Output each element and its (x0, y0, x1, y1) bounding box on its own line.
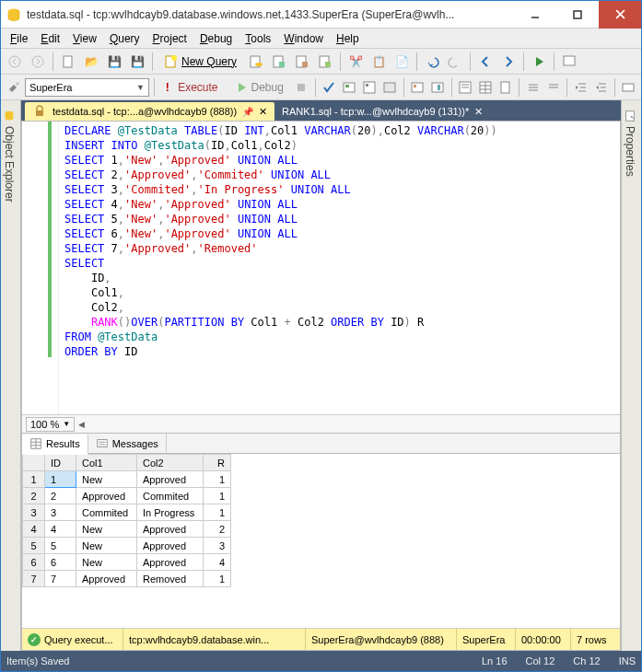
activity-button[interactable] (559, 52, 579, 72)
table-row[interactable]: 22ApprovedCommited1 (23, 488, 231, 504)
results-tab[interactable]: Results (22, 434, 88, 455)
properties-pane[interactable]: Properties (621, 100, 641, 651)
lock-icon (32, 104, 47, 119)
svg-rect-59 (626, 111, 635, 122)
new-query-button[interactable]: New Query (158, 52, 243, 72)
menu-project[interactable]: Project (147, 30, 193, 47)
uncomment-button[interactable] (544, 77, 562, 98)
svg-point-6 (32, 56, 43, 67)
indent-button[interactable] (572, 77, 589, 98)
estimated-plan-button[interactable] (341, 77, 358, 98)
main-area: Object Explorer testdata.sql - tcp:...a@… (1, 100, 641, 651)
table-row[interactable]: 11NewApproved1 (23, 471, 231, 488)
copy-button[interactable]: 📋 (368, 52, 389, 72)
forward-button[interactable] (28, 52, 48, 72)
start-button[interactable] (529, 52, 549, 72)
debug-button[interactable]: Debug (228, 77, 290, 98)
mdx-query-button[interactable] (269, 52, 289, 72)
tab-rank1[interactable]: RANK1.sql - tcp:w...@wvlhdcayb9 (131))*✕ (274, 102, 490, 121)
xmla-query-button[interactable] (315, 52, 335, 72)
pin-icon[interactable]: 📌 (242, 107, 253, 117)
menu-edit[interactable]: Edit (35, 30, 65, 47)
menu-window[interactable]: Window (278, 30, 329, 47)
sql-editor-toolbar: SuperEra▼ ! Execute Debug (1, 75, 641, 100)
tab-close-icon[interactable]: ✕ (474, 106, 483, 118)
nav-back-button[interactable] (475, 52, 496, 72)
minimize-button[interactable] (514, 1, 556, 29)
results-grid-button[interactable] (476, 77, 494, 98)
standard-toolbar: 📂 💾 💾 New Query ✂️ 📋 📄 (1, 49, 641, 75)
menu-help[interactable]: Help (331, 30, 365, 47)
document-area: testdata.sql - tcp:...a@wvlhdcayb9 (888)… (21, 100, 621, 651)
tab-close-icon[interactable]: ✕ (259, 106, 267, 118)
svg-point-11 (255, 63, 263, 66)
back-button[interactable] (5, 52, 25, 72)
svg-rect-13 (279, 62, 285, 67)
svg-rect-51 (36, 110, 43, 116)
menu-tools[interactable]: Tools (239, 30, 276, 47)
table-row[interactable]: 44NewApproved2 (23, 521, 231, 538)
client-stats-button[interactable] (429, 77, 447, 98)
zoom-bar: 100 %▼ ◀ (22, 414, 620, 433)
menu-debug[interactable]: Debug (194, 30, 238, 47)
results-text-button[interactable] (456, 77, 473, 98)
app-status-bar: Item(s) Saved Ln 16 Col 12 Ch 12 INS (1, 651, 641, 671)
hscroll-left-icon[interactable]: ◀ (78, 420, 85, 429)
db-query-button[interactable] (246, 52, 266, 72)
open-button[interactable]: 📂 (81, 52, 101, 72)
paste-button[interactable]: 📄 (391, 52, 412, 72)
table-row[interactable]: 33CommitedIn Progress1 (23, 504, 231, 521)
connection-button[interactable] (5, 77, 22, 98)
menu-view[interactable]: View (67, 30, 102, 47)
specify-values-button[interactable] (620, 77, 637, 98)
svg-rect-22 (345, 85, 349, 87)
save-button[interactable]: 💾 (104, 52, 124, 72)
svg-rect-7 (64, 56, 72, 67)
table-row[interactable]: 55NewApproved3 (23, 538, 231, 554)
comment-button[interactable] (524, 77, 542, 98)
outdent-button[interactable] (592, 77, 610, 98)
tab-testdata[interactable]: testdata.sql - tcp:...a@wvlhdcayb9 (888)… (25, 102, 274, 121)
svg-rect-2 (574, 11, 581, 18)
intellisense-button[interactable] (381, 77, 399, 98)
window-title: testdata.sql - tcp:wvlhdcayb9.database.w… (27, 8, 514, 21)
svg-rect-15 (302, 62, 308, 67)
query-options-button[interactable] (361, 77, 379, 98)
actual-plan-button[interactable] (409, 77, 426, 98)
table-row[interactable]: 66NewApproved4 (23, 554, 231, 571)
title-bar: testdata.sql - tcp:wvlhdcayb9.database.w… (1, 1, 641, 29)
cut-button[interactable]: ✂️ (345, 52, 366, 72)
redo-button[interactable] (445, 52, 465, 72)
svg-rect-49 (623, 84, 634, 91)
nav-fwd-button[interactable] (498, 52, 519, 72)
svg-rect-60 (631, 116, 633, 118)
results-file-button[interactable] (496, 77, 514, 98)
svg-rect-23 (364, 82, 375, 93)
table-row[interactable]: 77ApprovedRemoved1 (23, 571, 231, 587)
zoom-selector[interactable]: 100 %▼ (26, 417, 75, 432)
menu-query[interactable]: Query (104, 30, 146, 47)
save-all-button[interactable]: 💾 (127, 52, 147, 72)
parse-button[interactable] (321, 77, 338, 98)
app-icon (6, 7, 21, 22)
stop-button[interactable] (293, 77, 310, 98)
svg-rect-18 (564, 56, 575, 65)
object-explorer-pane[interactable]: Object Explorer (1, 100, 21, 651)
dmx-query-button[interactable] (292, 52, 312, 72)
execute-button[interactable]: ! Execute (159, 77, 225, 98)
database-selector[interactable]: SuperEra▼ (25, 78, 149, 97)
svg-point-9 (171, 55, 177, 61)
maximize-button[interactable] (556, 1, 599, 29)
document-tabs: testdata.sql - tcp:...a@wvlhdcayb9 (888)… (21, 100, 621, 121)
menu-file[interactable]: File (5, 30, 33, 47)
undo-button[interactable] (422, 52, 442, 72)
svg-rect-56 (97, 439, 107, 446)
close-button[interactable] (599, 1, 641, 29)
menu-bar: File Edit View Query Project Debug Tools… (1, 29, 641, 49)
new-button[interactable] (58, 52, 78, 72)
results-grid[interactable]: ID Col1 Col2 R 11NewApproved122ApprovedC… (22, 454, 620, 628)
svg-rect-25 (384, 83, 395, 92)
sql-editor[interactable]: DECLARE @TestData TABLE(ID INT,Col1 VARC… (22, 122, 620, 414)
svg-rect-20 (298, 84, 305, 91)
messages-tab[interactable]: Messages (88, 434, 167, 454)
